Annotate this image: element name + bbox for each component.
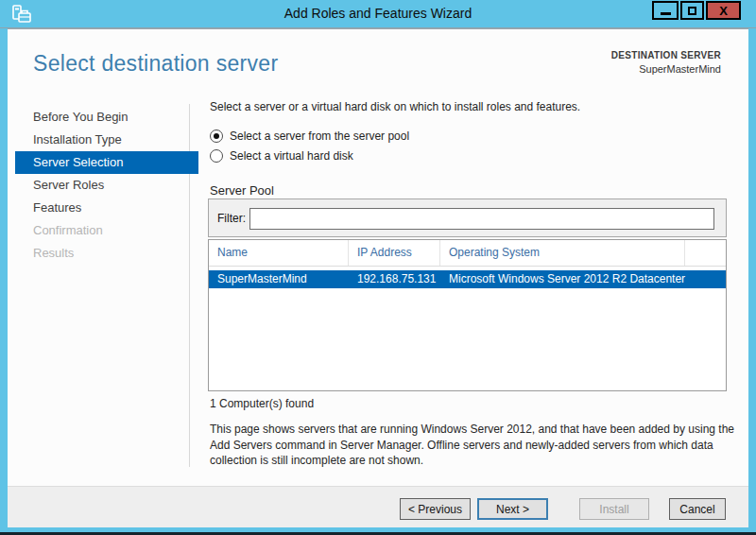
radio-unselected-icon [210,149,223,163]
radio-label: Select a virtual hard disk [230,149,353,163]
destination-server-block: DESTINATION SERVER SuperMasterMind [611,50,721,75]
cell-name: SuperMasterMind [209,270,349,288]
sidebar-item-features[interactable]: Features [15,197,198,219]
radio-label: Select a server from the server pool [230,129,409,143]
filter-input[interactable] [249,208,714,230]
page-description: This page shows servers that are running… [210,422,735,469]
sidebar-item-installation-type[interactable]: Installation Type [15,129,198,151]
window-title: Add Roles and Features Wizard [0,0,756,28]
column-header-name[interactable]: Name [209,240,349,266]
filter-label: Filter: [217,212,246,225]
server-pool-title: Server Pool [210,183,274,198]
cell-operating-system: Microsoft Windows Server 2012 R2 Datacen… [440,270,726,288]
table-row-selected[interactable]: SuperMasterMind 192.168.75.131 Microsoft… [209,270,726,288]
column-header-ip-address[interactable]: IP Address [349,240,440,266]
page-title: Select destination server [33,51,278,77]
intro-text: Select a server or a virtual hard disk o… [210,100,580,113]
sidebar-item-before-you-begin[interactable]: Before You Begin [15,106,198,129]
wizard-steps-nav: Before You Begin Installation Type Serve… [15,106,198,265]
wizard-window: Add Roles and Features Wizard X Select d… [0,0,756,535]
computers-found-text: 1 Computer(s) found [210,397,314,410]
radio-select-virtual-hard-disk[interactable]: Select a virtual hard disk [210,149,353,163]
column-header-operating-system[interactable]: Operating System [440,240,685,266]
column-header-blank [685,240,726,266]
close-icon: X [719,4,728,18]
sidebar-item-results: Results [15,242,198,265]
titlebar[interactable]: Add Roles and Features Wizard X [0,0,756,28]
destination-server-value: SuperMasterMind [611,63,721,75]
radio-selected-icon [210,129,223,143]
sidebar-item-server-selection[interactable]: Server Selection [15,151,198,174]
server-pool-table: Name IP Address Operating System SuperMa… [208,239,727,391]
previous-button[interactable]: < Previous [400,498,471,520]
sidebar-item-confirmation: Confirmation [15,219,198,242]
maximize-button[interactable] [680,1,704,20]
destination-server-label: DESTINATION SERVER [611,50,721,60]
sidebar-item-server-roles[interactable]: Server Roles [15,174,198,197]
maximize-icon [688,7,696,15]
table-header-row: Name IP Address Operating System [209,240,726,267]
install-button: Install [579,498,649,520]
cancel-button[interactable]: Cancel [669,498,726,520]
minimize-icon [661,12,671,15]
filter-box: Filter: [208,198,727,237]
next-button[interactable]: Next > [477,498,548,520]
minimize-button[interactable] [652,1,679,20]
close-button[interactable]: X [706,1,741,20]
radio-select-server-from-pool[interactable]: Select a server from the server pool [210,129,409,143]
cell-ip-address: 192.168.75.131 [349,270,440,288]
